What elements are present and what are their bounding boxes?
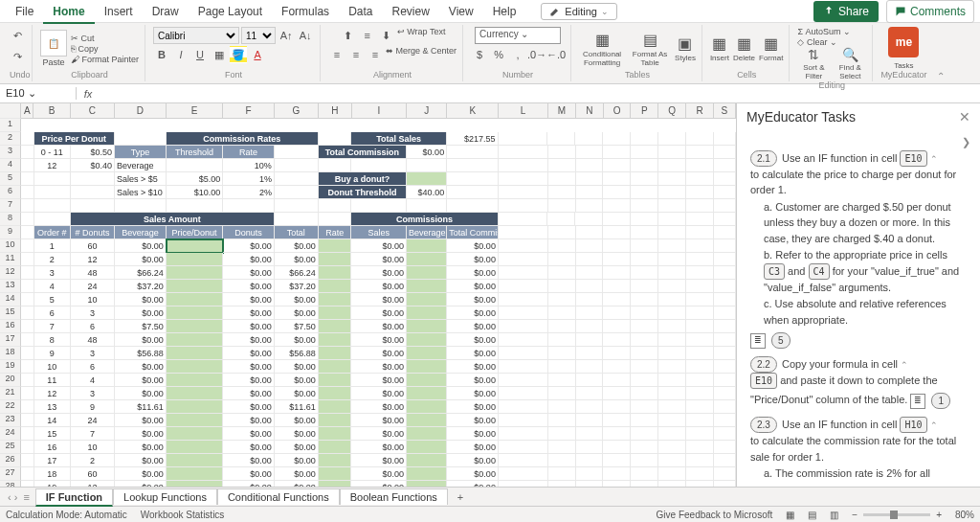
cell[interactable] xyxy=(548,347,576,360)
cell[interactable]: 6 xyxy=(34,306,71,320)
cell[interactable] xyxy=(21,400,34,414)
cell[interactable]: $0.00 xyxy=(447,467,499,481)
cell[interactable]: $0.00 xyxy=(447,347,499,360)
cell[interactable]: $0.00 xyxy=(115,253,167,266)
cell[interactable] xyxy=(167,320,223,333)
cell[interactable] xyxy=(686,280,714,293)
cell[interactable]: $40.00 xyxy=(407,186,447,199)
cell[interactable] xyxy=(658,146,686,159)
cell[interactable] xyxy=(603,146,631,159)
cell[interactable]: $0.00 xyxy=(351,387,407,400)
cell[interactable]: 19 xyxy=(34,481,71,487)
cell[interactable] xyxy=(275,159,319,172)
cell[interactable]: $66.24 xyxy=(115,266,167,280)
cell[interactable] xyxy=(319,213,352,226)
cell[interactable] xyxy=(576,374,604,387)
cell[interactable]: Sales > $10 xyxy=(115,186,167,199)
cell[interactable] xyxy=(714,253,736,266)
cell[interactable]: $0.00 xyxy=(115,454,167,467)
cell[interactable] xyxy=(407,400,447,414)
percent-button[interactable]: % xyxy=(490,46,507,63)
view-normal-button[interactable]: ▦ xyxy=(786,510,794,520)
cell[interactable]: $0.00 xyxy=(447,266,499,280)
cell[interactable] xyxy=(576,266,604,280)
cell[interactable] xyxy=(631,280,658,293)
col-header[interactable]: J xyxy=(407,103,447,119)
cell[interactable] xyxy=(548,172,576,186)
cell[interactable] xyxy=(21,280,34,293)
cell[interactable]: $0.00 xyxy=(275,467,319,481)
cell[interactable]: $0.00 xyxy=(223,454,275,467)
cell[interactable] xyxy=(658,427,686,441)
cell[interactable]: $0.00 xyxy=(223,360,275,374)
redo-button[interactable]: ↷ xyxy=(10,48,27,65)
cell[interactable] xyxy=(631,266,658,280)
cell[interactable] xyxy=(631,427,658,441)
cell[interactable] xyxy=(499,159,548,172)
cell[interactable] xyxy=(167,280,223,293)
cell[interactable] xyxy=(115,199,167,213)
cell[interactable] xyxy=(714,266,736,280)
col-header[interactable]: R xyxy=(686,103,714,119)
cell[interactable] xyxy=(658,186,686,199)
row-header[interactable]: 11 xyxy=(0,253,21,266)
cell[interactable] xyxy=(658,159,686,172)
cell[interactable] xyxy=(167,333,223,347)
cell[interactable] xyxy=(499,400,548,414)
align-bottom-button[interactable]: ⬇ xyxy=(378,27,395,44)
cell[interactable] xyxy=(167,306,223,320)
cell[interactable]: 3 xyxy=(71,387,115,400)
cell[interactable] xyxy=(686,132,714,146)
cell[interactable]: $0.00 xyxy=(223,293,275,306)
cell[interactable] xyxy=(658,441,686,454)
cell[interactable]: Rate xyxy=(223,146,275,159)
cell[interactable] xyxy=(631,132,658,146)
cell[interactable] xyxy=(115,132,167,146)
cell[interactable] xyxy=(407,172,447,186)
cell[interactable]: 5 xyxy=(34,293,71,306)
cell[interactable]: $0.00 xyxy=(275,360,319,374)
cell[interactable] xyxy=(21,159,34,172)
cell[interactable] xyxy=(686,199,714,213)
conditional-formatting-button[interactable]: ▦Conditional Formatting xyxy=(579,31,625,67)
cell[interactable] xyxy=(576,400,604,414)
cell[interactable] xyxy=(603,347,631,360)
row-header[interactable]: 2 xyxy=(0,132,21,146)
cell[interactable]: Beverage xyxy=(115,159,167,172)
merge-center-button[interactable]: ⬌ Merge & Center xyxy=(386,46,457,63)
cell[interactable] xyxy=(603,400,631,414)
cell[interactable]: $0.00 xyxy=(115,360,167,374)
cell[interactable] xyxy=(714,146,736,159)
row-header[interactable]: 20 xyxy=(0,374,21,387)
cell[interactable] xyxy=(21,132,34,146)
cell[interactable]: Donut Threshold xyxy=(319,186,407,199)
cell[interactable]: 8 xyxy=(34,333,71,347)
cell[interactable] xyxy=(21,360,34,374)
cell[interactable]: 1 xyxy=(34,239,71,253)
cell[interactable] xyxy=(499,226,548,239)
cell[interactable] xyxy=(576,226,604,239)
cell[interactable] xyxy=(603,454,631,467)
delete-cells-button[interactable]: ▦Delete xyxy=(733,34,755,62)
cell[interactable] xyxy=(499,293,548,306)
cell[interactable]: $0.00 xyxy=(275,454,319,467)
col-header[interactable]: E xyxy=(167,103,224,119)
cut-button[interactable]: ✂ Cut xyxy=(71,34,139,43)
cell[interactable] xyxy=(21,441,34,454)
cell[interactable] xyxy=(407,320,447,333)
cell[interactable] xyxy=(319,199,352,213)
cell[interactable] xyxy=(21,320,34,333)
cell[interactable] xyxy=(167,266,223,280)
cell[interactable]: $0.00 xyxy=(447,427,499,441)
cell[interactable]: 10 xyxy=(34,360,71,374)
cell[interactable]: $0.00 xyxy=(447,400,499,414)
cell[interactable] xyxy=(34,172,71,186)
cell[interactable] xyxy=(319,280,352,293)
currency-button[interactable]: $ xyxy=(471,46,488,63)
cell[interactable] xyxy=(319,414,352,427)
cell[interactable] xyxy=(658,333,686,347)
cell[interactable] xyxy=(686,467,714,481)
cell[interactable] xyxy=(576,280,604,293)
cell[interactable] xyxy=(686,427,714,441)
cell[interactable]: Commission Rates xyxy=(167,132,319,146)
